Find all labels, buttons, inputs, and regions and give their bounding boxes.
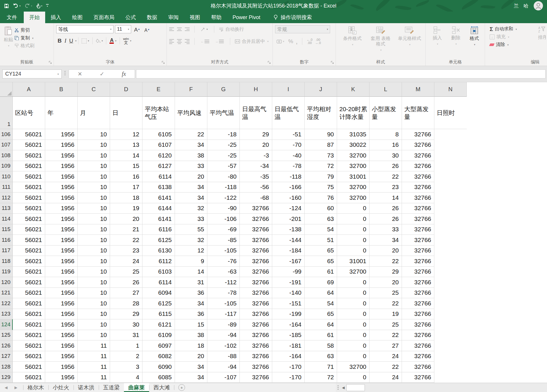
cell-K126[interactable]: 0 [337, 340, 369, 351]
cell-I111[interactable]: -166 [272, 182, 305, 193]
sort-filter-button[interactable]: AZ 排序和筛选 [537, 25, 546, 49]
cell-C124[interactable]: 10 [78, 319, 110, 330]
cell-E117[interactable]: 6130 [142, 246, 175, 256]
column-header-L[interactable]: L [369, 82, 402, 97]
cell-K111[interactable]: 32700 [337, 182, 369, 193]
column-header-N[interactable]: N [434, 82, 467, 97]
cell-C109[interactable]: 10 [78, 161, 110, 172]
cell-I127[interactable]: -164 [272, 351, 305, 362]
row-header-129[interactable]: 129 [0, 372, 13, 383]
cell-L126[interactable]: 27 [369, 340, 402, 351]
accounting-format-button[interactable]: ▾ [275, 39, 286, 44]
cell-N117[interactable] [434, 246, 467, 256]
cell-M125[interactable]: 32766 [402, 330, 434, 341]
cell-A116[interactable]: 56021 [13, 235, 45, 246]
cell-B125[interactable]: 1956 [45, 330, 78, 341]
cell-G123[interactable]: -117 [207, 309, 240, 320]
cell-H118[interactable]: 32766 [240, 256, 272, 267]
redo-dropdown[interactable]: ▾ [31, 5, 32, 7]
cell-I110[interactable]: -118 [272, 171, 305, 182]
cell-J113[interactable]: 60 [305, 203, 337, 214]
cell-N1[interactable]: 日照时 [434, 97, 467, 129]
cell-H110[interactable]: -35 [240, 171, 272, 182]
cell-L124[interactable]: 25 [369, 319, 402, 330]
cell-F109[interactable]: 33 [175, 161, 207, 172]
cell-G126[interactable]: -102 [207, 340, 240, 351]
cell-K127[interactable]: 0 [337, 351, 369, 362]
cell-H112[interactable]: -68 [240, 193, 272, 203]
cell-K113[interactable]: 0 [337, 203, 369, 214]
cell-L106[interactable]: 8 [369, 129, 402, 140]
cell-D114[interactable]: 20 [110, 214, 142, 224]
cell-H106[interactable]: 29 [240, 129, 272, 140]
format-as-table-button[interactable]: 套用 表格格式 ▾ [367, 25, 395, 59]
sheet-tab-nuomuhong[interactable]: 诺木洪 [74, 383, 99, 392]
name-box-dropdown[interactable]: ▾ [57, 73, 59, 76]
new-sheet-button[interactable]: + [178, 384, 185, 391]
cell-D109[interactable]: 15 [110, 161, 142, 172]
cell-E110[interactable]: 6114 [142, 171, 175, 182]
cell-E127[interactable]: 6082 [142, 351, 175, 362]
cell-A125[interactable]: 56021 [13, 330, 45, 341]
cut-button[interactable]: 剪切 [14, 26, 34, 34]
cell-F115[interactable]: 55 [175, 224, 207, 235]
cell-I115[interactable]: -138 [272, 224, 305, 235]
borders-button[interactable]: ▾ [80, 38, 91, 44]
cell-A1[interactable]: 区站号 [13, 97, 45, 129]
row-header-116[interactable]: 116 [0, 235, 13, 246]
cell-K128[interactable]: 32700 [337, 362, 369, 372]
row-header-117[interactable]: 117 [0, 246, 13, 256]
cell-H124[interactable]: 32766 [240, 319, 272, 330]
cell-F118[interactable]: 9 [175, 256, 207, 267]
cell-I118[interactable]: -167 [272, 256, 305, 267]
column-header-E[interactable]: E [142, 82, 175, 97]
cell-I124[interactable]: -164 [272, 319, 305, 330]
cell-C1[interactable]: 月 [78, 97, 110, 129]
cell-D118[interactable]: 24 [110, 256, 142, 267]
phonetic-guide-button[interactable]: wén 文 ▾ [122, 37, 133, 45]
scroll-left-arrow[interactable]: ◀ [342, 386, 345, 390]
cell-A128[interactable]: 56021 [13, 362, 45, 372]
cell-N122[interactable] [434, 298, 467, 309]
cell-K116[interactable]: 0 [337, 235, 369, 246]
row-header-122[interactable]: 122 [0, 298, 13, 309]
cell-F107[interactable]: 34 [175, 140, 207, 151]
cell-G109[interactable]: -57 [207, 161, 240, 172]
cell-B113[interactable]: 1956 [45, 203, 78, 214]
cell-K109[interactable]: 32700 [337, 161, 369, 172]
cell-D115[interactable]: 21 [110, 224, 142, 235]
font-size-combo[interactable]: 11 ▾ [115, 25, 131, 33]
cell-E114[interactable]: 6141 [142, 214, 175, 224]
increase-indent-button[interactable]: → [214, 39, 225, 44]
cell-G129[interactable]: -107 [207, 372, 240, 383]
cell-D108[interactable]: 14 [110, 150, 142, 161]
cell-H114[interactable]: 32766 [240, 214, 272, 224]
cell-G116[interactable]: -85 [207, 235, 240, 246]
cell-K120[interactable]: 0 [337, 277, 369, 288]
cell-I125[interactable]: -185 [272, 330, 305, 341]
cell-J121[interactable]: 64 [305, 288, 337, 298]
cell-H123[interactable]: 32766 [240, 309, 272, 320]
touch-mode-button[interactable]: ▾ [36, 3, 42, 8]
insert-cells-button[interactable]: 插入 ▾ [428, 25, 447, 59]
cell-C119[interactable]: 10 [78, 267, 110, 277]
cell-E113[interactable]: 6144 [142, 203, 175, 214]
tab-data[interactable]: 数据 [141, 12, 163, 23]
cell-D111[interactable]: 17 [110, 182, 142, 193]
tab-formulas[interactable]: 公式 [120, 12, 141, 23]
column-header-C[interactable]: C [78, 82, 110, 97]
cell-E106[interactable]: 6105 [142, 129, 175, 140]
cell-C111[interactable]: 10 [78, 182, 110, 193]
column-header-G[interactable]: G [207, 82, 240, 97]
cell-I107[interactable]: -70 [272, 140, 305, 151]
row-header-126[interactable]: 126 [0, 340, 13, 351]
cell-G125[interactable]: -94 [207, 330, 240, 341]
cell-I126[interactable]: -181 [272, 340, 305, 351]
tab-view[interactable]: 视图 [184, 12, 206, 23]
cell-M113[interactable]: 32766 [402, 203, 434, 214]
cell-L108[interactable]: 30 [369, 150, 402, 161]
cell-M126[interactable]: 32766 [402, 340, 434, 351]
cell-L109[interactable]: 26 [369, 161, 402, 172]
cell-H115[interactable]: 32766 [240, 224, 272, 235]
cell-B110[interactable]: 1956 [45, 171, 78, 182]
